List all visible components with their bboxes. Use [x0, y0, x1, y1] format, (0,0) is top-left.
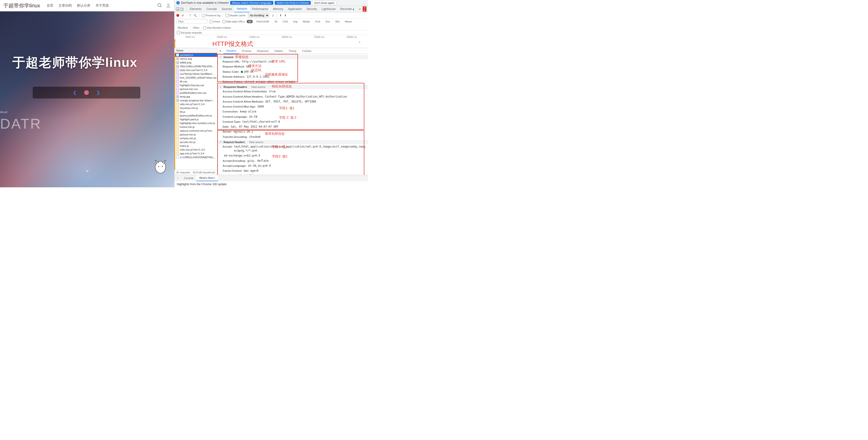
request-row[interactable]: lib.css	[175, 79, 217, 83]
request-row[interactable]: style.min.css?ver=1.3.4	[175, 68, 217, 72]
avatar-icon[interactable]	[166, 3, 171, 9]
filter-img[interactable]: Img	[292, 20, 299, 23]
import-icon[interactable]: ⬆	[279, 14, 282, 17]
request-row[interactable]: font_2010950_sh9o0r7ahar.css	[175, 76, 217, 79]
nav-archive[interactable]: 文章归档	[59, 4, 72, 8]
section-resp-header[interactable]: Response HeadersView source	[217, 85, 368, 89]
preserve-log-checkbox[interactable]: Preserve log	[202, 14, 220, 17]
section-req-header[interactable]: Request HeadersView source	[217, 140, 368, 144]
switch-chinese-button[interactable]: Switch DevTools to Chinese	[275, 1, 311, 5]
filter-js[interactable]: JS	[273, 20, 279, 23]
filter-css[interactable]: CSS	[281, 20, 289, 23]
dtab-initiator[interactable]: Initiator	[271, 48, 286, 54]
request-row[interactable]: lazysizes.min.js	[175, 106, 217, 110]
request-row[interactable]: justifiedGallery.min.css	[175, 91, 217, 95]
hero-banner: 于超老师带你学linux ❮ ❯ Miv4t DATR ⌄	[0, 11, 174, 187]
drawer-console[interactable]: Console	[181, 175, 196, 181]
throttling-select[interactable]: No throttling	[248, 13, 269, 18]
request-row[interactable]: highlightjs-line-numbers.min.js	[175, 121, 217, 125]
tab-application[interactable]: Application	[286, 6, 304, 12]
section-general-header[interactable]: General	[217, 55, 368, 59]
request-row[interactable]: sakura-comment.min.js?ver...	[175, 129, 217, 133]
device-toggle-icon[interactable]	[180, 7, 184, 11]
slider-dot[interactable]	[84, 90, 89, 95]
request-row[interactable]: app.min.js?ver=1.3.4	[175, 151, 217, 155]
network-timeline[interactable]: 5000 ms 10000 ms 15000 ms 20000 ms 25000…	[175, 35, 368, 48]
invert-checkbox[interactable]: Invert	[210, 20, 220, 23]
wifi-icon[interactable]: ⫝̸	[272, 14, 275, 17]
filter-ws[interactable]: WS	[334, 20, 341, 23]
drawer-menu-icon[interactable]: ⋮	[175, 176, 181, 180]
hide-data-urls-checkbox[interactable]: Hide data URLs	[222, 20, 245, 23]
nav-home[interactable]: 首页	[47, 4, 53, 8]
request-row[interactable]: highlight-Dracula.css	[175, 83, 217, 87]
tab-security[interactable]: Security	[304, 6, 319, 12]
filter-media[interactable]: Media	[301, 20, 311, 23]
request-row[interactable]: yuchaoit.cn	[175, 53, 217, 57]
request-row[interactable]: lib.js	[175, 110, 217, 114]
tab-sources[interactable]: Sources	[219, 6, 235, 12]
always-match-button[interactable]: Always match Chrome's language	[230, 1, 273, 5]
tab-recorder[interactable]: Recorder ▲	[338, 6, 357, 12]
inspect-icon[interactable]	[176, 7, 180, 11]
dtab-timing[interactable]: Timing	[286, 48, 299, 54]
request-row[interactable]: qrcode.min.js	[175, 140, 217, 144]
request-row[interactable]: index.js	[175, 144, 217, 148]
dtab-headers[interactable]: Headers	[223, 48, 239, 54]
third-party-checkbox[interactable]: 3rd-party requests	[177, 31, 366, 34]
nav-about[interactable]: 关于页面	[95, 4, 109, 8]
filter-wasm[interactable]: Wasm	[343, 20, 353, 23]
slider-next-icon[interactable]: ❯	[96, 90, 100, 95]
req-view-source[interactable]: View source	[249, 141, 264, 143]
request-row[interactable]: 2-cO9IRs1JiJN1FRAMjTN5z...	[175, 155, 217, 159]
filter-input[interactable]	[176, 20, 207, 24]
request-row[interactable]: css?family=Noto+SerifMerri...	[175, 72, 217, 76]
request-row[interactable]: echarts.min.js	[175, 136, 217, 140]
filter-font[interactable]: Font	[314, 20, 322, 23]
filter-all[interactable]: All	[247, 20, 252, 23]
clear-icon[interactable]: ⊘	[182, 14, 184, 17]
search-toolbar-icon[interactable]: 🔍	[193, 14, 197, 17]
request-row[interactable]: utils.min.js?ver=1.3.4	[175, 102, 217, 106]
drawer-whatsnew[interactable]: What's New ✕	[196, 175, 218, 181]
resp-view-source[interactable]: View source	[251, 86, 266, 88]
dtab-cookies[interactable]: Cookies	[299, 48, 314, 54]
tab-performance[interactable]: Performance	[250, 6, 271, 12]
tab-lighthouse[interactable]: Lighthouse	[319, 6, 338, 12]
scroll-down-icon[interactable]: ⌄	[85, 167, 90, 173]
slider-prev-icon[interactable]: ❮	[73, 90, 76, 95]
reqlist-header[interactable]: Name	[175, 48, 217, 53]
dtab-preview[interactable]: Preview	[239, 48, 254, 54]
request-row[interactable]: highlight.pack.js	[175, 117, 217, 121]
dtab-response[interactable]: Response	[254, 48, 272, 54]
request-row[interactable]: orange.progress-bar-stripe-l...	[175, 99, 217, 102]
request-row[interactable]: jqcloud.min.css	[175, 87, 217, 91]
request-row[interactable]: bilibili.png	[175, 61, 217, 64]
nav-category[interactable]: 默认分类	[77, 4, 90, 8]
filter-other[interactable]: Other	[191, 26, 201, 29]
disable-cache-checkbox[interactable]: Disable cache	[225, 14, 246, 17]
filter-fetch[interactable]: Fetch/XHR	[255, 20, 271, 23]
tab-console[interactable]: Console	[204, 6, 219, 12]
dont-show-button[interactable]: Don't show again	[312, 1, 336, 5]
search-icon[interactable]	[157, 3, 162, 9]
request-row[interactable]: tocbot.min.js	[175, 125, 217, 129]
request-row[interactable]: i18n.min.js?ver=1.3.4	[175, 148, 217, 151]
record-icon[interactable]	[176, 14, 179, 17]
export-icon[interactable]: ⬇	[284, 14, 286, 17]
tab-memory[interactable]: Memory	[271, 6, 285, 12]
error-badge[interactable]: ✕ 4	[363, 6, 367, 11]
filter-manifest[interactable]: Manifest	[176, 26, 189, 29]
request-row[interactable]: jquery.justifiedGallery.min.js	[175, 114, 217, 117]
blocked-cookies-checkbox[interactable]: Has blocked cookies	[203, 26, 231, 29]
close-detail-icon[interactable]: ✕	[217, 49, 223, 53]
tab-elements[interactable]: Elements	[187, 6, 204, 12]
filter-doc[interactable]: Doc	[324, 20, 332, 23]
more-tabs-icon[interactable]: »	[357, 7, 363, 11]
request-row[interactable]: next-b.svg	[175, 57, 217, 61]
request-row[interactable]: jqcloud.min.js	[175, 133, 217, 136]
request-row[interactable]: temp.jpg	[175, 95, 217, 99]
tab-network[interactable]: Network	[235, 6, 250, 12]
request-row[interactable]: 26dc13d6ccc604b758cd29c...	[175, 64, 217, 68]
filter-toggle-icon[interactable]: ▽	[189, 14, 191, 17]
